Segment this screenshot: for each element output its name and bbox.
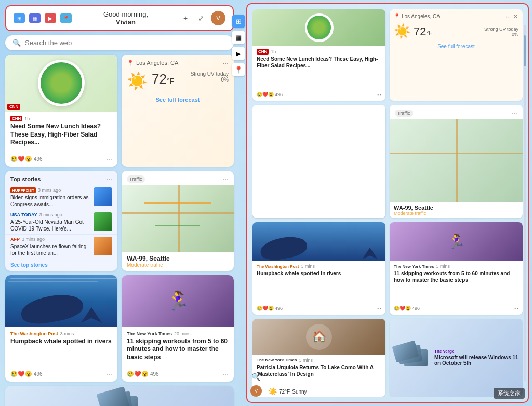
right-salad-reactions: 😢❤️😮 496: [257, 92, 283, 97]
temp-value: 72: [152, 71, 167, 87]
weather-desc-text: Strong UV today: [191, 71, 229, 77]
story-item-1[interactable]: HUFFPOST3 mins ago Biden signs immigrati…: [5, 185, 117, 210]
avatar[interactable]: V: [211, 11, 225, 25]
right-whale-emojis: 😢❤️😮: [257, 306, 274, 311]
greeting-line1: Good morning,: [77, 10, 175, 18]
video-icon[interactable]: ▶: [45, 13, 56, 23]
right-whale-more[interactable]: ···: [376, 305, 381, 312]
salad-inner: [41, 62, 82, 104]
stories-more-button[interactable]: ···: [106, 175, 112, 183]
weather-location: 📍 Los Angeles, CA: [127, 60, 178, 66]
right-workout-time: 3 mins: [436, 264, 450, 269]
traffic-card[interactable]: Traffic ··· WA-99, Seattle Moderate traf…: [122, 171, 234, 271]
weather-more-button[interactable]: ···: [222, 59, 229, 67]
story3-thumb: [94, 237, 112, 255]
right-runner-icon: 🏃‍♀️: [447, 233, 466, 250]
story3-time: 3 mins ago: [22, 237, 45, 242]
right-panel: ⊞ ▦ ▶ 📍 CNN 1h Need Some New Lunch Ideas…: [246, 3, 529, 403]
search-bar: 🔍: [5, 35, 234, 50]
right-bottom-condition: Sunny: [292, 389, 307, 395]
right-weather-more[interactable]: ···: [506, 12, 511, 20]
map-icon[interactable]: 📍: [60, 13, 72, 23]
map-route: [144, 202, 211, 204]
right-workout-emojis: 😢❤️😮: [394, 306, 411, 311]
right-forecast-link[interactable]: See full forecast: [437, 44, 475, 49]
right-traffic-header: Traffic ···: [390, 105, 523, 119]
header-bar: ⊞ ▦ ▶ 📍 Good morning, Vivian + ⤢ V: [5, 5, 234, 31]
right-weather-precip: 0%: [484, 32, 518, 37]
traffic-status: Moderate traffic: [127, 262, 229, 268]
right-weather-desc: Strong UV today 0%: [484, 26, 518, 37]
right-whale-card[interactable]: The Washington Post 3 mins Humpback whal…: [252, 222, 385, 315]
grid-icon[interactable]: ⊞: [14, 13, 25, 23]
laptop-card[interactable]: Featured Deals Best laptop deals today: [5, 386, 234, 406]
right-search-button[interactable]: 🔍: [251, 373, 260, 381]
forecast-link[interactable]: See full forecast: [156, 97, 200, 103]
salad-card[interactable]: CNN CNN 1h Need Some New Lunch Ideas? Th…: [5, 55, 117, 167]
right-salad-image: [252, 9, 385, 46]
story1-source: HUFFPOST: [10, 187, 36, 193]
weather-footer[interactable]: See full forecast: [122, 94, 234, 107]
whale-shape: [19, 291, 85, 327]
cnn-badge: CNN: [7, 104, 20, 110]
sidebar-video-icon[interactable]: ▶: [232, 47, 245, 60]
sidebar-news-icon[interactable]: ▦: [232, 31, 245, 44]
weather-card[interactable]: 📍 Los Angeles, CA ··· ☀️ 72°F Strong UV …: [122, 55, 234, 167]
workout-card[interactable]: 🏃‍♀️ The New York Times 20 mins 11 skipp…: [122, 275, 234, 382]
see-more-link[interactable]: See top stories: [5, 259, 117, 271]
news-icon[interactable]: ▦: [29, 13, 41, 23]
right-traffic-badge: Traffic: [395, 110, 413, 117]
right-weather-desc-text: Strong UV today: [484, 26, 518, 32]
traffic-badge: Traffic: [127, 175, 145, 183]
whale-card[interactable]: The Washington Post 3 mins Humpback whal…: [5, 275, 117, 382]
traffic-map: [122, 185, 234, 252]
workout-bg: 🏃‍♀️: [122, 275, 234, 327]
story-item-3[interactable]: AFP3 mins ago SpaceX launches re-flown f…: [5, 235, 117, 259]
salad-reactions: 😢❤️😮 496: [10, 156, 43, 163]
right-workout-card[interactable]: 🏃‍♀️ The New York Times 3 mins 11 skippi…: [390, 222, 523, 315]
right-salad-more[interactable]: ···: [376, 91, 381, 98]
workout-more-button[interactable]: ···: [222, 370, 229, 378]
right-whale-image: [252, 222, 385, 261]
whale-more-button[interactable]: ···: [106, 370, 112, 378]
right-weather-card[interactable]: 📍 Los Angeles, CA ··· ✕ ☀️ 72°F Strong U…: [390, 9, 523, 101]
traffic-more-button[interactable]: ···: [222, 175, 229, 183]
wave2: [8, 281, 98, 282]
right-microsoft-title: Microsoft will release Windows 11 on Oct…: [434, 355, 518, 366]
right-salad-emojis: 😢❤️😮: [257, 92, 274, 97]
salad-title: Need Some New Lunch Ideas? These Easy, H…: [10, 123, 112, 147]
right-workout-more[interactable]: ···: [513, 305, 518, 312]
sidebar-map-icon[interactable]: 📍: [232, 63, 245, 76]
salad-more-button[interactable]: ···: [106, 155, 112, 164]
right-salad-time: 1h: [271, 49, 276, 55]
story-item-2[interactable]: USA TODAY3 mins ago A 25-Year-Old Nevada…: [5, 210, 117, 235]
right-traffic-more[interactable]: ···: [511, 109, 517, 117]
right-microsoft-card[interactable]: The Verge Microsoft will release Windows…: [390, 319, 523, 397]
right-salad-title: Need Some New Lunch Ideas? These Easy, H…: [257, 56, 381, 69]
right-spacex-card[interactable]: [252, 105, 385, 219]
search-input[interactable]: [25, 39, 227, 47]
right-weather-footer[interactable]: See full forecast: [390, 42, 523, 52]
right-avatar[interactable]: V: [250, 385, 262, 397]
reaction-count: 496: [34, 156, 43, 162]
whale-count: 496: [34, 371, 43, 377]
whale-footer: 😢❤️😮 496 ···: [5, 368, 117, 382]
expand-button[interactable]: ⤢: [195, 12, 207, 24]
scroll-thumb[interactable]: [524, 35, 526, 66]
right-traffic-card[interactable]: Traffic ··· WA-99, Seattle Moderate traf…: [390, 105, 523, 219]
right-sidebar: ⊞ ▦ ▶ 📍: [232, 15, 245, 76]
right-salad-source: CNN: [257, 49, 269, 55]
weather-city: Los Angeles, CA: [136, 60, 178, 66]
right-salad-card[interactable]: CNN 1h Need Some New Lunch Ideas? These …: [252, 9, 385, 101]
right-whale-title: Humpback whale spotted in rivers: [257, 270, 381, 277]
sidebar-grid-icon[interactable]: ⊞: [232, 15, 245, 28]
map-road-vertical: [178, 185, 180, 252]
right-salad-footer: 😢❤️😮 496 ···: [252, 89, 385, 101]
header-icon-group: ⊞ ▦ ▶ 📍: [14, 13, 72, 23]
salad-time: 1h: [24, 116, 30, 121]
right-weather-close[interactable]: ✕: [513, 12, 518, 20]
workout-image: 🏃‍♀️: [122, 275, 234, 327]
right-whale-time: 3 mins: [301, 264, 315, 269]
right-verge-badge: The Verge: [434, 349, 518, 354]
add-button[interactable]: +: [180, 12, 191, 24]
